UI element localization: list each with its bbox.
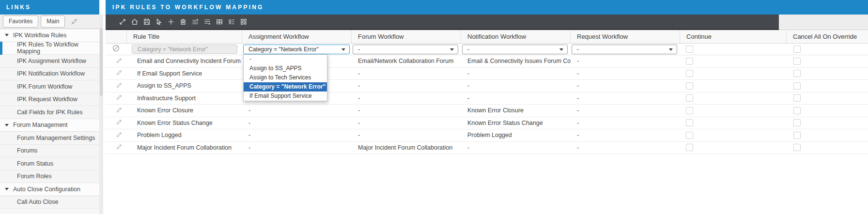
edit-row-icon[interactable]: [116, 119, 123, 125]
edit-row-icon[interactable]: [116, 69, 123, 76]
cell-request-workflow[interactable]: -: [571, 120, 680, 126]
delete-icon[interactable]: [179, 17, 187, 26]
sidebar-item-ipk-workflow-rules[interactable]: IPK Workflow Rules: [0, 29, 99, 42]
cell-forum-workflow[interactable]: -: [352, 120, 461, 126]
sidebar-item-forums[interactable]: Forums: [0, 145, 99, 158]
sidebar-scrollbar[interactable]: [99, 15, 103, 214]
cell-assignment-workflow[interactable]: -: [242, 132, 352, 138]
cell-request-workflow[interactable]: -: [571, 82, 680, 89]
add-icon[interactable]: [167, 17, 175, 26]
col-header-assignment-workflow[interactable]: Assignment Workflow: [242, 30, 352, 43]
cell-request-workflow[interactable]: -: [571, 132, 680, 138]
col-header-request-workflow[interactable]: Request Workflow: [571, 30, 680, 43]
cell-rule-title[interactable]: Infrastructure Support: [127, 95, 242, 102]
edit-row-icon[interactable]: [116, 82, 123, 89]
cell-assignment-workflow[interactable]: -: [242, 120, 352, 126]
continue-checkbox[interactable]: [686, 70, 693, 77]
continue-checkbox[interactable]: [686, 107, 693, 114]
cell-request-workflow[interactable]: -: [571, 144, 680, 151]
cell-notification-workflow[interactable]: -: [461, 144, 571, 151]
cancel-checkbox[interactable]: [793, 94, 801, 102]
sidebar-item-auto-close-configuration[interactable]: Auto Close Configuration: [0, 183, 99, 196]
cell-rule-title[interactable]: Major Incident Forum Collaboration: [127, 144, 242, 151]
cancel-checkbox[interactable]: [793, 58, 801, 65]
home-icon[interactable]: [130, 17, 139, 26]
cell-request-workflow[interactable]: -: [571, 107, 680, 114]
cell-rule-title[interactable]: Known Error Status Change: [127, 120, 242, 126]
cell-notification-workflow[interactable]: Known Error Status Change: [461, 120, 571, 126]
edit-row-icon[interactable]: [116, 107, 123, 113]
sidebar-item-ipk-notification-workflow[interactable]: IPK Notification Workflow: [0, 68, 99, 81]
sidebar-item-ipk-assignment-workflow[interactable]: IPK Assignment Workflow: [0, 55, 99, 68]
sidebar-item-ipk-forum-workflow[interactable]: IPK Forum Workflow: [0, 80, 99, 93]
continue-checkbox[interactable]: [686, 82, 693, 90]
dropdown-option[interactable]: -: [244, 55, 327, 64]
tab-main[interactable]: Main: [41, 15, 65, 28]
collapse-panel-icon[interactable]: [118, 17, 126, 26]
dropdown-option[interactable]: Category = "Network Error": [244, 82, 327, 92]
cell-forum-workflow[interactable]: -: [352, 107, 461, 114]
assignment-filter-select[interactable]: Category = "Network Error": [243, 45, 350, 54]
sidebar-item-ipk-rules-to-workflow-mapping[interactable]: IPK Rules To Workflow Mapping: [0, 42, 99, 55]
cancel-checkbox[interactable]: [793, 82, 801, 90]
sidebar-item-ipk-request-workflow[interactable]: IPK Request Workflow: [0, 93, 99, 107]
cell-request-workflow[interactable]: -: [571, 70, 680, 77]
continue-checkbox[interactable]: [686, 119, 693, 126]
cell-assignment-workflow[interactable]: -: [242, 144, 352, 151]
cell-notification-workflow[interactable]: Known Error Closure: [461, 107, 571, 114]
table-columns-icon[interactable]: [215, 17, 223, 26]
cell-rule-title[interactable]: Assign to SS_APPS: [127, 82, 242, 89]
cursor-flag-icon[interactable]: [155, 17, 163, 26]
cell-rule-title[interactable]: Problem Logged: [127, 132, 242, 138]
notification-filter-select[interactable]: -: [462, 45, 568, 54]
edit-row-icon[interactable]: [116, 143, 123, 150]
collapse-sidebar-icon[interactable]: [71, 18, 78, 25]
edit-row-icon[interactable]: [116, 131, 123, 138]
cell-forum-workflow[interactable]: Email/Network Collaboration Forum: [352, 58, 461, 64]
col-header-notification-workflow[interactable]: Notification Workflow: [461, 30, 571, 43]
table-rows-icon[interactable]: [227, 17, 235, 26]
cell-notification-workflow[interactable]: Email & Connectivity Issues Forum Collab…: [461, 58, 571, 64]
dropdown-option[interactable]: Assign to Tech Services: [244, 73, 327, 82]
cancel-checkbox[interactable]: [793, 144, 801, 151]
cancel-checkbox[interactable]: [793, 119, 801, 126]
cell-notification-workflow[interactable]: -: [461, 95, 571, 102]
col-header-forum-workflow[interactable]: Forum Workflow: [352, 30, 461, 43]
dropdown-option[interactable]: If Email Support Service: [244, 92, 327, 101]
cell-notification-workflow[interactable]: -: [461, 70, 571, 77]
dropdown-option[interactable]: Assign to SS_APPS: [244, 64, 327, 73]
cell-notification-workflow[interactable]: -: [461, 82, 571, 89]
edit-row-icon[interactable]: [116, 57, 123, 64]
sidebar-item-forum-roles[interactable]: Forum Roles: [0, 170, 99, 183]
cancel-checkbox[interactable]: [793, 132, 801, 139]
continue-checkbox[interactable]: [686, 132, 693, 139]
forum-filter-select[interactable]: -: [353, 45, 458, 54]
continue-checkbox[interactable]: [686, 94, 693, 102]
tab-favorites[interactable]: Favorites: [3, 15, 38, 28]
request-filter-select[interactable]: -: [572, 45, 677, 54]
rule-title-filter-input[interactable]: [132, 45, 237, 54]
insert-row-above-icon[interactable]: [191, 17, 199, 26]
sidebar-item-forum-management[interactable]: Forum Management: [0, 119, 99, 132]
cell-forum-workflow[interactable]: -: [352, 132, 461, 138]
continue-checkbox[interactable]: [686, 58, 693, 65]
col-header-cancel-all-on-override[interactable]: Cancel All On Override: [787, 30, 868, 43]
cell-request-workflow[interactable]: -: [571, 95, 680, 102]
cell-rule-title[interactable]: If Email Support Service: [127, 70, 242, 77]
grid-settings-icon[interactable]: [239, 17, 248, 26]
cell-request-workflow[interactable]: -: [571, 58, 680, 64]
continue-checkbox[interactable]: [686, 144, 693, 151]
col-header-continue[interactable]: Continue: [680, 30, 787, 43]
cancel-checkbox[interactable]: [793, 70, 801, 77]
cell-forum-workflow[interactable]: -: [352, 82, 461, 89]
cell-assignment-workflow[interactable]: -: [242, 107, 352, 114]
cancel-filter-checkbox[interactable]: [793, 46, 801, 53]
edit-row-icon[interactable]: [116, 94, 123, 101]
cell-forum-workflow[interactable]: Major Incident Forum Collaboration: [352, 144, 461, 151]
cell-forum-workflow[interactable]: -: [352, 70, 461, 77]
save-icon[interactable]: [142, 17, 151, 26]
cell-forum-workflow[interactable]: -: [352, 95, 461, 102]
cell-rule-title[interactable]: Known Error Closure: [127, 107, 242, 114]
cell-notification-workflow[interactable]: Problem Logged: [461, 132, 571, 138]
sidebar-scrollbar-thumb[interactable]: [100, 28, 103, 96]
